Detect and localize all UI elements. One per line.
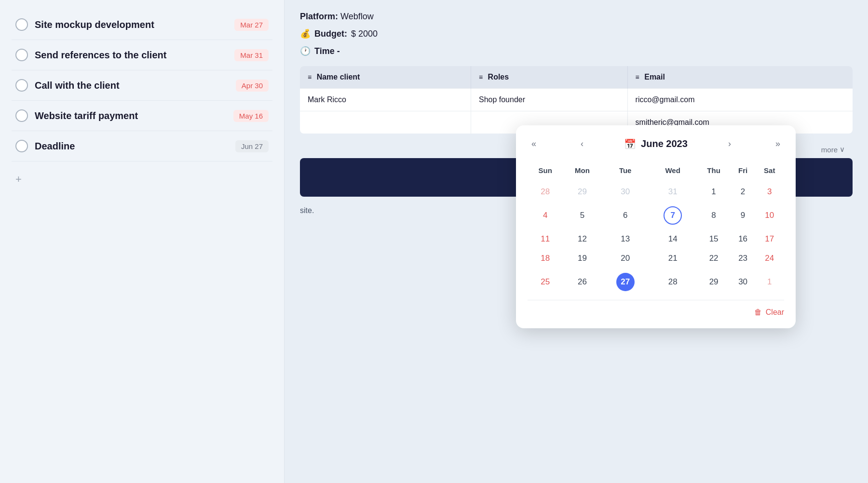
calendar-day[interactable]: 1 bbox=[696, 182, 731, 201]
cal-prev-prev-button[interactable]: « bbox=[528, 137, 540, 151]
calendar-day[interactable]: 31 bbox=[649, 182, 697, 201]
platform-label: Platform: bbox=[300, 12, 338, 21]
cal-prev-button[interactable]: ‹ bbox=[577, 137, 587, 151]
calendar-day[interactable]: 8 bbox=[696, 201, 731, 229]
task-label: Send references to the client bbox=[35, 50, 166, 61]
calendar-dow: Tue bbox=[601, 162, 649, 182]
clients-table: ≡ Name client ≡ Roles ≡ Email Mark Ricco… bbox=[300, 66, 853, 134]
client-role-cell: Shop founder bbox=[471, 89, 627, 111]
calendar-day[interactable]: 10 bbox=[755, 201, 784, 229]
calendar-dow: Sun bbox=[528, 162, 563, 182]
calendar-day[interactable]: 18 bbox=[528, 249, 563, 268]
task-item[interactable]: Site mockup development Mar 27 bbox=[12, 10, 272, 40]
task-left: Deadline bbox=[15, 140, 75, 152]
task-left: Call with the client bbox=[15, 79, 120, 92]
calendar-title: 📅 June 2023 bbox=[624, 138, 688, 150]
task-checkbox[interactable] bbox=[15, 18, 28, 31]
calendar-day[interactable]: 9 bbox=[731, 201, 755, 229]
email-col-icon: ≡ bbox=[636, 73, 639, 81]
calendar-week-row: 11121314151617 bbox=[528, 229, 784, 249]
task-item[interactable]: Website tariff payment May 16 bbox=[12, 101, 272, 131]
task-date: Mar 27 bbox=[234, 19, 269, 31]
cal-next-next-button[interactable]: » bbox=[772, 137, 784, 151]
clear-date-button[interactable]: 🗑 Clear bbox=[754, 308, 784, 317]
budget-value: $ 2000 bbox=[351, 29, 378, 39]
task-item[interactable]: Deadline Jun 27 bbox=[12, 131, 272, 161]
calendar-day[interactable]: 7 bbox=[649, 201, 697, 229]
task-label: Site mockup development bbox=[35, 19, 154, 30]
calendar-day[interactable]: 3 bbox=[755, 182, 784, 201]
col-roles: ≡ Roles bbox=[471, 66, 627, 89]
time-emoji: 🕐 bbox=[300, 46, 311, 56]
calendar-day[interactable]: 25 bbox=[528, 268, 563, 296]
task-checkbox[interactable] bbox=[15, 79, 28, 92]
calendar-day[interactable]: 29 bbox=[563, 182, 601, 201]
calendar-day[interactable]: 20 bbox=[601, 249, 649, 268]
calendar-day[interactable]: 26 bbox=[563, 268, 601, 296]
calendar-day[interactable]: 16 bbox=[731, 229, 755, 249]
trash-icon: 🗑 bbox=[754, 308, 762, 317]
task-date: Apr 30 bbox=[236, 80, 269, 92]
table-row: Mark Ricco Shop founder ricco@gmail.com bbox=[300, 89, 853, 111]
calendar-day[interactable]: 22 bbox=[696, 249, 731, 268]
calendar-day[interactable]: 30 bbox=[731, 268, 755, 296]
calendar-day[interactable]: 1 bbox=[755, 268, 784, 296]
col-name-client: ≡ Name client bbox=[300, 66, 471, 89]
client-email-cell: ricco@gmail.com bbox=[627, 89, 853, 111]
calendar-dow: Thu bbox=[696, 162, 731, 182]
calendar-grid: SunMonTueWedThuFriSat 282930311234567891… bbox=[528, 162, 784, 296]
task-item[interactable]: Call with the client Apr 30 bbox=[12, 70, 272, 101]
calendar-day[interactable]: 14 bbox=[649, 229, 697, 249]
calendar-day[interactable]: 5 bbox=[563, 201, 601, 229]
task-left: Website tariff payment bbox=[15, 109, 138, 122]
calendar-day[interactable]: 29 bbox=[696, 268, 731, 296]
calendar-day[interactable]: 2 bbox=[731, 182, 755, 201]
name-col-icon: ≡ bbox=[308, 73, 312, 81]
platform-value: Webflow bbox=[340, 12, 374, 21]
calendar-dow: Fri bbox=[731, 162, 755, 182]
calendar-day[interactable]: 27 bbox=[601, 268, 649, 296]
calendar-day[interactable]: 13 bbox=[601, 229, 649, 249]
task-label: Deadline bbox=[35, 141, 75, 152]
calendar-week-row: 18192021222324 bbox=[528, 249, 784, 268]
calendar-day[interactable]: 11 bbox=[528, 229, 563, 249]
time-row: 🕐 Time - bbox=[300, 46, 853, 56]
calendar-day[interactable]: 28 bbox=[528, 182, 563, 201]
task-item[interactable]: Send references to the client Mar 31 bbox=[12, 40, 272, 70]
calendar-day[interactable]: 23 bbox=[731, 249, 755, 268]
calendar-week-row: 2526272829301 bbox=[528, 268, 784, 296]
budget-row: 💰 Budget: $ 2000 bbox=[300, 28, 853, 39]
calendar-day[interactable]: 12 bbox=[563, 229, 601, 249]
budget-label: Budget: bbox=[314, 29, 347, 39]
task-left: Site mockup development bbox=[15, 18, 154, 31]
budget-emoji: 💰 bbox=[300, 28, 311, 39]
task-checkbox[interactable] bbox=[15, 140, 28, 152]
col-email: ≡ Email bbox=[627, 66, 853, 89]
task-date: Jun 27 bbox=[235, 140, 269, 152]
calendar-week-row: 28293031123 bbox=[528, 182, 784, 201]
calendar-day[interactable]: 19 bbox=[563, 249, 601, 268]
time-label: Time - bbox=[314, 46, 340, 56]
client-name-cell bbox=[300, 111, 471, 134]
calendar-dow: Mon bbox=[563, 162, 601, 182]
calendar-day[interactable]: 6 bbox=[601, 201, 649, 229]
more-button[interactable]: more ∨ bbox=[821, 145, 845, 154]
calendar-day[interactable]: 21 bbox=[649, 249, 697, 268]
calendar-day[interactable]: 24 bbox=[755, 249, 784, 268]
task-label: Website tariff payment bbox=[35, 110, 138, 121]
client-name-cell: Mark Ricco bbox=[300, 89, 471, 111]
add-task-button[interactable]: + bbox=[12, 169, 272, 189]
plus-icon: + bbox=[15, 173, 22, 186]
cal-next-button[interactable]: › bbox=[724, 137, 735, 151]
calendar-day[interactable]: 30 bbox=[601, 182, 649, 201]
calendar-day[interactable]: 4 bbox=[528, 201, 563, 229]
calendar-day[interactable]: 28 bbox=[649, 268, 697, 296]
task-checkbox[interactable] bbox=[15, 49, 28, 61]
task-checkbox[interactable] bbox=[15, 109, 28, 122]
calendar-footer: 🗑 Clear bbox=[528, 300, 784, 317]
calendar-dow: Sat bbox=[755, 162, 784, 182]
calendar-day[interactable]: 15 bbox=[696, 229, 731, 249]
task-left: Send references to the client bbox=[15, 49, 166, 61]
calendar-day[interactable]: 17 bbox=[755, 229, 784, 249]
calendar-header: « ‹ 📅 June 2023 › » bbox=[528, 137, 784, 151]
